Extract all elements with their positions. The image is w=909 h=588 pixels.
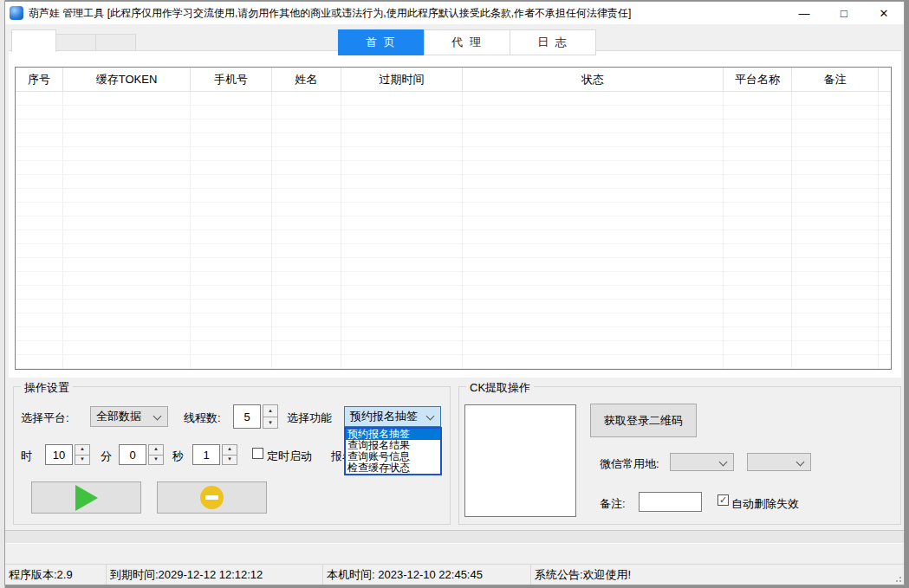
hour-down-button[interactable]: ▼ — [75, 455, 90, 465]
second-up-button[interactable]: ▲ — [222, 444, 237, 455]
get-login-qr-button[interactable]: 获取登录二维码 — [590, 404, 697, 437]
column-gridline — [341, 92, 341, 369]
chevron-down-icon — [153, 411, 162, 420]
minimize-button[interactable]: — — [784, 2, 824, 24]
table-header-1[interactable]: 缓存TOKEN — [63, 68, 191, 91]
function-dropdown-list: 预约报名抽签查询报名结果查询账号信息检查缓存状态 — [344, 427, 442, 475]
function-combobox[interactable]: 预约报名抽签 — [344, 406, 441, 427]
empty-tab-2[interactable] — [95, 34, 136, 52]
window-title: 葫芦娃 管理工具 [此程序仅用作学习交流使用,请勿用作其他的商业或违法行为,使用… — [29, 6, 631, 21]
hour-input[interactable]: 10 — [45, 444, 73, 465]
operation-settings-title: 操作设置 — [21, 380, 73, 396]
window-controls: — □ ✕ — [784, 2, 904, 24]
column-gridline — [62, 92, 63, 369]
table-header-filler — [879, 68, 891, 91]
column-gridline — [462, 92, 463, 369]
qr-code-display — [464, 404, 576, 517]
wechat-location-combobox-2[interactable] — [747, 453, 811, 471]
start-button[interactable] — [31, 481, 141, 514]
ck-extract-group: CK提取操作 获取登录二维码 微信常用地: 备注: ✓ 自动删除失效 — [458, 386, 901, 525]
accounts-table: 序号缓存TOKEN手机号姓名过期时间状态平台名称备注 — [15, 67, 892, 370]
tab-page-home: 序号缓存TOKEN手机号姓名过期时间状态平台名称备注 — [9, 50, 901, 378]
table-header-row: 序号缓存TOKEN手机号姓名过期时间状态平台名称备注 — [16, 68, 891, 92]
minute-spinner: 0 ▲ ▼ — [119, 444, 164, 465]
minute-up-button[interactable]: ▲ — [148, 444, 164, 455]
app-window: 葫芦娃 管理工具 [此程序仅用作学习交流使用,请勿用作其他的商业或违法行为,使用… — [4, 1, 905, 585]
table-header-3[interactable]: 姓名 — [272, 68, 341, 91]
main-tab-strip: 首 页代 理日 志 — [339, 29, 596, 55]
divider-band — [5, 530, 904, 544]
play-icon — [75, 485, 98, 511]
threads-spinner: 5 ▲ ▼ — [233, 404, 278, 429]
table-header-5[interactable]: 状态 — [463, 68, 724, 91]
wechat-location-combobox-1[interactable] — [670, 453, 734, 471]
second-down-button[interactable]: ▼ — [222, 455, 237, 465]
table-header-4[interactable]: 过期时间 — [341, 68, 463, 91]
remark-label: 备注: — [600, 496, 626, 512]
titlebar: 葫芦娃 管理工具 [此程序仅用作学习交流使用,请勿用作其他的商业或违法行为,使用… — [5, 2, 904, 24]
chevron-down-icon — [796, 457, 805, 466]
platform-combobox-value: 全部数据 — [96, 409, 141, 424]
status-item-1: 到期时间:2029-12-12 12:12:12 — [107, 565, 323, 585]
remark-input[interactable] — [639, 492, 702, 512]
status-item-0: 程序版本:2.9 — [5, 565, 107, 585]
close-button[interactable]: ✕ — [864, 2, 904, 24]
column-gridline — [271, 92, 272, 369]
hour-up-button[interactable]: ▲ — [75, 444, 90, 455]
tab-2[interactable]: 日 志 — [510, 29, 596, 55]
hour-spinner: 10 ▲ ▼ — [45, 444, 90, 465]
threads-down-button[interactable]: ▼ — [263, 417, 278, 429]
platform-label: 选择平台: — [21, 410, 69, 426]
stop-button[interactable] — [157, 481, 267, 514]
empty-tab-active[interactable] — [11, 29, 56, 52]
chevron-down-icon — [719, 457, 728, 466]
status-item-3: 系统公告:欢迎使用! — [531, 565, 904, 585]
minute-input[interactable]: 0 — [119, 444, 146, 465]
wechat-location-label: 微信常用地: — [600, 456, 659, 472]
hour-label: 时 — [21, 449, 32, 464]
chevron-down-icon — [426, 411, 435, 420]
function-label: 选择功能 — [287, 410, 332, 426]
column-gridline — [190, 92, 191, 369]
column-gridline — [878, 92, 879, 369]
second-label: 秒 — [172, 449, 184, 464]
tab-1[interactable]: 代 理 — [424, 29, 510, 55]
schedule-checkbox[interactable] — [252, 448, 263, 459]
ck-extract-title: CK提取操作 — [466, 380, 534, 396]
threads-label: 线程数: — [184, 410, 221, 426]
maximize-button[interactable]: □ — [824, 2, 864, 24]
column-gridline — [723, 92, 724, 369]
status-item-2: 本机时间: 2023-12-10 22:45:45 — [323, 565, 531, 585]
function-combobox-value: 预约报名抽签 — [350, 409, 418, 424]
table-body[interactable] — [16, 92, 891, 369]
app-icon — [10, 6, 23, 20]
minute-down-button[interactable]: ▼ — [148, 455, 164, 465]
table-header-0[interactable]: 序号 — [16, 68, 63, 91]
threads-input[interactable]: 5 — [233, 404, 261, 429]
stop-icon — [200, 486, 224, 509]
auto-delete-checkbox[interactable]: ✓ — [717, 494, 729, 506]
platform-combobox[interactable]: 全部数据 — [90, 406, 168, 427]
operation-settings-group: 操作设置 选择平台: 全部数据 线程数: 5 ▲ ▼ 选择功能 预约报名抽签 预… — [13, 386, 451, 525]
table-header-2[interactable]: 手机号 — [191, 68, 272, 91]
table-header-7[interactable]: 备注 — [792, 68, 879, 91]
minute-label: 分 — [101, 449, 112, 464]
status-bar: 程序版本:2.9到期时间:2029-12-12 12:12:12本机时间: 20… — [5, 564, 904, 585]
second-input[interactable]: 1 — [192, 444, 220, 465]
column-gridline — [791, 92, 792, 369]
second-spinner: 1 ▲ ▼ — [192, 444, 237, 465]
auto-delete-checkbox-label: 自动删除失效 — [731, 496, 799, 512]
empty-tab-1[interactable] — [55, 34, 96, 52]
function-option-3[interactable]: 检查缓存状态 — [346, 462, 440, 474]
resize-grip-icon[interactable] — [893, 574, 902, 583]
schedule-checkbox-label: 定时启动 — [267, 449, 312, 464]
threads-up-button[interactable]: ▲ — [263, 404, 278, 417]
tab-0[interactable]: 首 页 — [338, 29, 425, 55]
table-header-6[interactable]: 平台名称 — [724, 68, 792, 91]
